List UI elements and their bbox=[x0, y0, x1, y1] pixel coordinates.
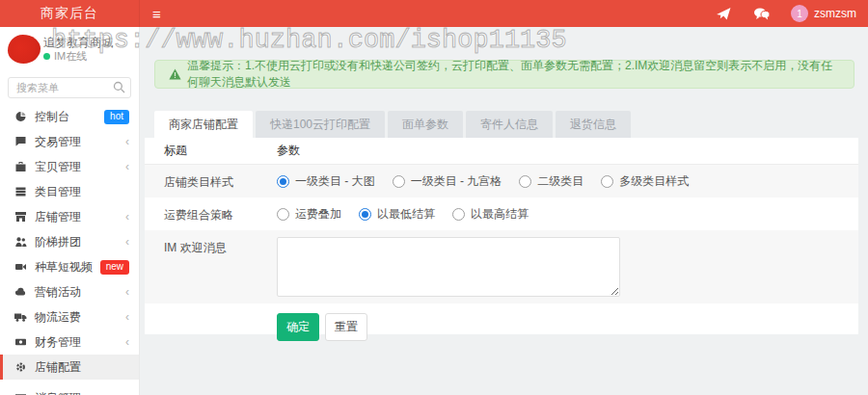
form-row-category-style: 店铺类目样式 一级类目 - 大图 一级类目 - 九宫格 二级类目 多级类目样式 bbox=[145, 165, 858, 198]
tab-sender-info[interactable]: 寄件人信息 bbox=[466, 111, 553, 138]
im-status-label: IM在线 bbox=[54, 50, 87, 64]
topbar: 商家后台 ≡ 1 zsmzsm bbox=[0, 0, 868, 27]
category-icon bbox=[14, 186, 27, 198]
logo bbox=[8, 35, 41, 64]
tab-waybill-params[interactable]: 面单参数 bbox=[388, 111, 463, 138]
row-label: 店铺类目样式 bbox=[145, 171, 277, 191]
tab-kuaidi100-cloud-print[interactable]: 快递100云打印配置 bbox=[256, 111, 385, 138]
tab-shop-config[interactable]: 商家店铺配置 bbox=[154, 111, 253, 138]
radio-option[interactable]: 以最高结算 bbox=[452, 206, 529, 223]
sidebar-item-label: 交易管理 bbox=[35, 134, 81, 150]
radio-icon[interactable] bbox=[452, 208, 465, 221]
alert-text: 温馨提示：1.不使用云打印或没有和快递公司签约，云打印配置、面单参数无需配置；2… bbox=[187, 58, 840, 91]
radio-icon[interactable] bbox=[277, 208, 289, 221]
sidebar-item-video[interactable]: 种草短视频 new bbox=[0, 254, 139, 279]
shop-icon bbox=[14, 211, 27, 223]
sidebar-item-label: 消息管理 bbox=[35, 390, 81, 395]
trade-icon bbox=[14, 136, 27, 147]
marketing-cloud-icon bbox=[14, 286, 27, 298]
im-welcome-textarea[interactable] bbox=[277, 237, 620, 297]
sidebar-item-label: 营销活动 bbox=[35, 284, 81, 301]
sidebar-item-trade[interactable]: 交易管理 ‹ bbox=[0, 129, 139, 154]
hamburger-menu-icon[interactable]: ≡ bbox=[152, 7, 161, 21]
row-label: 运费组合策略 bbox=[145, 204, 277, 224]
chevron-left-icon: ‹ bbox=[125, 310, 129, 324]
sidebar-item-label: 种草短视频 bbox=[35, 259, 93, 276]
reset-button[interactable]: 重置 bbox=[325, 313, 367, 341]
radio-icon[interactable] bbox=[393, 175, 405, 188]
sidebar-item-label: 类目管理 bbox=[35, 184, 81, 200]
radio-label: 以最高结算 bbox=[471, 206, 529, 223]
chevron-left-icon: ‹ bbox=[125, 210, 129, 224]
column-header-title: 标题 bbox=[145, 143, 277, 159]
sidebar-item-label: 财务管理 bbox=[35, 334, 81, 351]
chevron-left-icon: ‹ bbox=[125, 135, 129, 148]
sidebar-item-label: 控制台 bbox=[35, 109, 69, 125]
sidebar-item-logistics[interactable]: 物流运费 ‹ bbox=[0, 304, 139, 329]
app-title: 商家后台 bbox=[0, 0, 140, 27]
tab-content-panel: 标题 参数 店铺类目样式 一级类目 - 大图 一级类目 - 九宫格 二级类目 bbox=[145, 138, 858, 334]
alert-banner: 温馨提示：1.不使用云打印或没有和快递公司签约，云打印配置、面单参数无需配置；2… bbox=[154, 60, 854, 89]
form-actions: 确定 重置 bbox=[145, 303, 858, 341]
column-header-param: 参数 bbox=[277, 143, 300, 159]
goods-icon bbox=[14, 161, 27, 172]
sidebar-item-label: 店铺配置 bbox=[35, 359, 81, 376]
sidebar-menu: 控制台 hot 交易管理 ‹ 宝贝管理 ‹ 类目管理 店铺管理 ‹ 阶梯拼团 ‹ bbox=[0, 104, 139, 395]
confirm-button[interactable]: 确定 bbox=[277, 313, 319, 341]
sidebar-item-console[interactable]: 控制台 hot bbox=[0, 104, 139, 129]
radio-option[interactable]: 多级类目样式 bbox=[601, 173, 689, 190]
sidebar-item-category[interactable]: 类目管理 bbox=[0, 179, 139, 204]
radio-icon[interactable] bbox=[277, 175, 289, 188]
radio-label: 多级类目样式 bbox=[619, 173, 689, 190]
radio-option[interactable]: 一级类目 - 九宫格 bbox=[393, 173, 502, 190]
sidebar-item-label: 店铺管理 bbox=[35, 209, 81, 225]
sidebar: 追梦教育商城 IM在线 控制台 hot 交易管理 ‹ 宝贝管理 ‹ bbox=[0, 27, 140, 395]
shop-name: 追梦教育商城 bbox=[43, 36, 113, 50]
radio-label: 一级类目 - 九宫格 bbox=[411, 173, 502, 190]
tab-return-info[interactable]: 退货信息 bbox=[556, 111, 631, 138]
radio-icon[interactable] bbox=[359, 208, 371, 221]
sidebar-item-finance[interactable]: 财务管理 ‹ bbox=[0, 329, 139, 355]
radio-label: 以最低结算 bbox=[377, 206, 435, 223]
warning-triangle-icon bbox=[169, 68, 181, 80]
radio-option[interactable]: 二级类目 bbox=[519, 173, 583, 190]
new-badge: new bbox=[100, 260, 129, 275]
finance-money-icon bbox=[14, 336, 27, 348]
sidebar-item-label: 阶梯拼团 bbox=[35, 234, 81, 250]
form-header-row: 标题 参数 bbox=[145, 138, 858, 165]
chevron-left-icon: ‹ bbox=[125, 335, 129, 349]
radio-label: 一级类目 - 大图 bbox=[295, 173, 375, 190]
sidebar-item-shop[interactable]: 店铺管理 ‹ bbox=[0, 204, 139, 229]
send-icon[interactable] bbox=[704, 7, 743, 20]
username[interactable]: zsmzsm bbox=[814, 7, 856, 20]
radio-icon[interactable] bbox=[601, 175, 613, 188]
sidebar-item-label: 物流运费 bbox=[35, 309, 81, 326]
search-icon bbox=[113, 81, 125, 96]
chevron-left-icon: ‹ bbox=[125, 235, 129, 249]
sidebar-item-goods[interactable]: 宝贝管理 ‹ bbox=[0, 154, 139, 179]
radio-option[interactable]: 运费叠加 bbox=[277, 206, 341, 223]
sidebar-item-label: 宝贝管理 bbox=[35, 159, 81, 175]
logo-area: 追梦教育商城 IM在线 bbox=[0, 27, 139, 69]
avatar[interactable]: 1 bbox=[791, 5, 808, 22]
hot-badge: hot bbox=[104, 110, 129, 124]
radio-label: 二级类目 bbox=[537, 173, 583, 190]
dashboard-icon bbox=[14, 111, 27, 122]
online-status-dot bbox=[43, 53, 50, 60]
sidebar-item-marketing[interactable]: 营销活动 ‹ bbox=[0, 279, 139, 304]
video-icon bbox=[14, 261, 27, 273]
sidebar-item-groupbuy[interactable]: 阶梯拼团 ‹ bbox=[0, 229, 139, 254]
row-label: IM 欢迎消息 bbox=[145, 237, 277, 256]
sidebar-item-message[interactable]: 消息管理 bbox=[0, 385, 139, 395]
sidebar-item-shop-config[interactable]: 店铺配置 bbox=[0, 355, 139, 380]
chat-icon[interactable] bbox=[743, 7, 781, 20]
tab-bar: 商家店铺配置 快递100云打印配置 面单参数 寄件人信息 退货信息 bbox=[154, 111, 634, 138]
logistics-truck-icon bbox=[14, 311, 27, 323]
chevron-left-icon: ‹ bbox=[125, 285, 129, 299]
radio-option[interactable]: 一级类目 - 大图 bbox=[277, 173, 375, 190]
settings-gear-icon bbox=[14, 361, 27, 373]
radio-option[interactable]: 以最低结算 bbox=[359, 206, 435, 223]
radio-icon[interactable] bbox=[519, 175, 531, 188]
group-icon bbox=[14, 236, 27, 248]
chevron-left-icon: ‹ bbox=[125, 160, 129, 173]
